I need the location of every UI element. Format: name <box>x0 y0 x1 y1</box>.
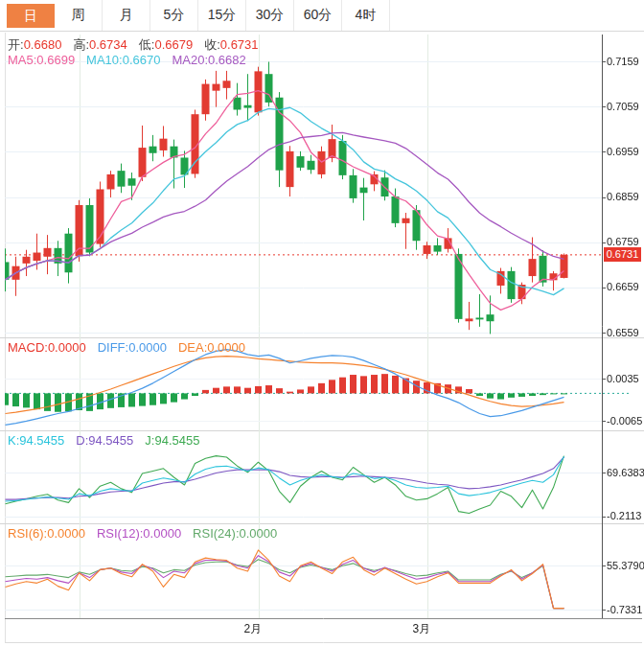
tab-日[interactable]: 日 <box>7 4 55 28</box>
legend-item: DEA:0.0000 <box>178 340 245 355</box>
y-axis-label: 0.7059 <box>607 101 639 113</box>
legend-item: 开:0.6680 <box>8 37 61 52</box>
y-axis-label: 69.6383 <box>607 467 644 479</box>
kline-app: 日周月5分15分30分60分4时 开:0.6680高:0.6734低:0.667… <box>0 0 644 646</box>
y-axis-label: 0.6959 <box>607 146 639 158</box>
current-price-tag: 0.6731 <box>604 247 641 262</box>
y-axis-label: 0.6559 <box>607 327 639 339</box>
tab-15分[interactable]: 15分 <box>198 0 246 31</box>
legend-item: RSI(12):0.0000 <box>97 526 181 541</box>
tab-30分[interactable]: 30分 <box>246 0 294 31</box>
y-axis-label: -0.7331 <box>607 604 642 616</box>
ohlc-header: 开:0.6680高:0.6734低:0.6679收:0.6731 <box>8 36 270 54</box>
legend-item: K:94.5455 <box>8 433 64 448</box>
legend-item: MA20:0.6682 <box>172 53 245 67</box>
rsi-legend: RSI(6):0.0000RSI(12):0.0000RSI(24):0.000… <box>8 526 288 541</box>
legend-item: 低:0.6679 <box>139 37 193 52</box>
legend-item: D:94.5455 <box>76 433 133 448</box>
legend-item: DIFF:0.0000 <box>98 340 167 355</box>
tab-月[interactable]: 月 <box>103 0 150 31</box>
y-axis-label: 0.7159 <box>607 56 639 68</box>
tab-周[interactable]: 周 <box>55 0 103 31</box>
y-axis-label: 0.0035 <box>607 373 639 385</box>
macd-legend: MACD:0.0000DIFF:0.0000DEA:0.0000 <box>8 340 257 355</box>
y-axis-label: 0.6859 <box>607 191 639 203</box>
legend-item: J:94.5455 <box>145 433 199 448</box>
chart-canvas[interactable] <box>0 33 644 646</box>
legend-item: RSI(24):0.0000 <box>193 526 277 541</box>
x-axis-label: 3月 <box>413 621 431 637</box>
tab-5分[interactable]: 5分 <box>150 0 198 31</box>
tab-bar: 日周月5分15分30分60分4时 <box>0 0 644 32</box>
legend-item: MACD:0.0000 <box>8 340 86 355</box>
tab-60分[interactable]: 60分 <box>294 0 342 31</box>
y-axis-label: 0.6659 <box>607 281 639 293</box>
ma-legend: MA5:0.6699MA10:0.6670MA20:0.6682 <box>8 53 258 67</box>
legend-item: 高:0.6734 <box>73 37 126 52</box>
legend-item: 收:0.6731 <box>204 37 258 52</box>
tab-4时[interactable]: 4时 <box>342 0 390 31</box>
kdj-legend: K:94.5455D:94.5455J:94.5455 <box>8 433 211 448</box>
y-axis-label: -0.2113 <box>607 510 642 522</box>
legend-item: RSI(6):0.0000 <box>8 526 85 541</box>
legend-item: MA5:0.6699 <box>8 53 75 67</box>
y-axis-label: 0.6759 <box>607 236 639 248</box>
y-axis-label: -0.0065 <box>607 415 642 427</box>
y-axis-label: 55.3790 <box>607 560 644 572</box>
x-axis-label: 2月 <box>244 621 263 637</box>
legend-item: MA10:0.6670 <box>86 53 160 67</box>
